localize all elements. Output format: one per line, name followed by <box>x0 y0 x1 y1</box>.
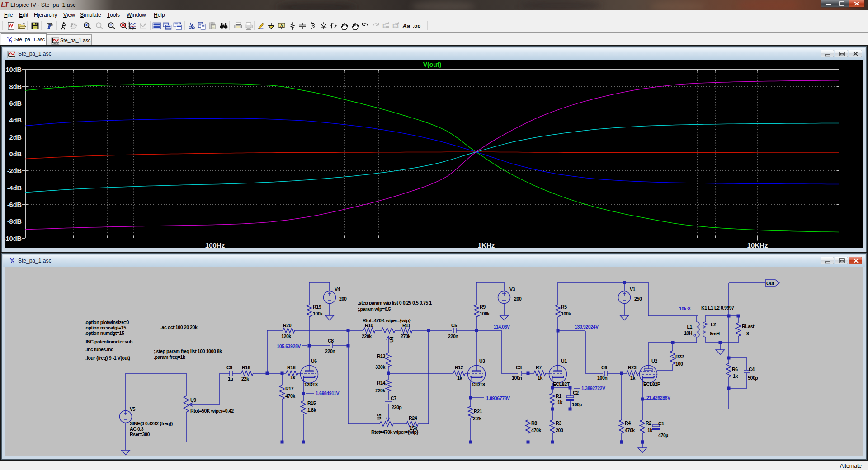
svg-text:270k: 270k <box>401 334 410 339</box>
svg-text:U3: U3 <box>479 358 485 364</box>
svg-text:-8dB: -8dB <box>7 218 22 225</box>
svg-text:200: 200 <box>339 296 347 301</box>
svg-text:C7: C7 <box>391 395 396 401</box>
svg-text:R18: R18 <box>287 365 296 370</box>
svg-text:AC 0.3: AC 0.3 <box>130 426 144 432</box>
svg-text:U5: U5 <box>377 414 382 420</box>
svg-text:12DT8: 12DT8 <box>472 382 485 387</box>
svg-text:R20: R20 <box>283 323 292 328</box>
svg-text:R9: R9 <box>480 304 486 310</box>
svg-text:R3: R3 <box>556 420 561 426</box>
svg-text:U4: U4 <box>389 337 394 343</box>
svg-text:.option numdgt=15: .option numdgt=15 <box>85 330 124 336</box>
svg-text:1.8k: 1.8k <box>307 407 316 413</box>
svg-text:R7: R7 <box>536 365 542 370</box>
svg-text:R24: R24 <box>409 415 417 421</box>
svg-text:ECL82P: ECL82P <box>643 381 660 387</box>
svg-text:.four {freq} 9 -1 V(out): .four {freq} 9 -1 V(out) <box>85 355 130 361</box>
svg-text:R23: R23 <box>628 365 637 370</box>
svg-text:470k: 470k <box>531 428 541 433</box>
svg-text:100µ: 100µ <box>572 402 582 407</box>
svg-text:V4: V4 <box>335 287 340 292</box>
svg-text:R2: R2 <box>646 420 651 426</box>
svg-text:R12: R12 <box>455 365 463 370</box>
svg-text:;.param wip=0.5: ;.param wip=0.5 <box>358 306 391 312</box>
svg-text:8dB: 8dB <box>9 83 22 90</box>
svg-text:.INC potentiometer.sub: .INC potentiometer.sub <box>85 339 133 344</box>
svg-text:250: 250 <box>634 296 642 301</box>
svg-text:470k: 470k <box>625 428 635 433</box>
svg-text:.op: .op <box>413 23 420 28</box>
svg-text:Out: Out <box>766 281 774 286</box>
svg-text:;.step param freq list 100 100: ;.step param freq list 100 1000 8k <box>154 348 222 354</box>
svg-text:A: A <box>280 24 283 28</box>
svg-text:V1: V1 <box>630 287 636 292</box>
svg-text:C6: C6 <box>601 365 607 370</box>
svg-text:C5: C5 <box>451 323 457 328</box>
svg-text:10dB: 10dB <box>6 66 22 73</box>
svg-text:1k: 1k <box>647 428 652 433</box>
svg-text:C2: C2 <box>573 390 579 395</box>
svg-text:Rtot=470k wiper={wip}: Rtot=470k wiper={wip} <box>371 429 419 435</box>
svg-text:470µ: 470µ <box>658 432 668 438</box>
svg-text:1k: 1k <box>733 373 738 379</box>
svg-text:U9: U9 <box>190 397 196 403</box>
svg-text:.ac oct 100 20 20k: .ac oct 100 20 20k <box>160 324 198 330</box>
svg-text:114.06V: 114.06V <box>494 324 510 329</box>
svg-text:21.426286V: 21.426286V <box>646 395 670 400</box>
svg-text:R19: R19 <box>313 304 321 310</box>
svg-text:L2: L2 <box>711 322 716 327</box>
svg-text:R10: R10 <box>365 323 373 328</box>
svg-text:.step param wip list 0 0.25 0.: .step param wip list 0 0.25 0.5 0.75 1 <box>358 300 432 306</box>
svg-text:8: 8 <box>746 331 749 336</box>
svg-text:330k: 330k <box>375 364 385 370</box>
svg-text:C3: C3 <box>516 365 522 370</box>
svg-text:1.8906778V: 1.8906778V <box>486 395 510 401</box>
svg-text:3: 3 <box>396 23 399 29</box>
svg-text:10H: 10H <box>684 330 692 336</box>
svg-text:2.2k: 2.2k <box>473 416 481 421</box>
svg-text:-4dB: -4dB <box>7 184 22 192</box>
svg-text:8mH: 8mH <box>710 331 720 336</box>
svg-text:1k: 1k <box>457 375 462 381</box>
svg-text:R22: R22 <box>675 354 684 359</box>
svg-text:200: 200 <box>556 428 563 433</box>
svg-text:470k: 470k <box>285 393 295 399</box>
svg-text:220n: 220n <box>448 334 458 339</box>
svg-text:6dB: 6dB <box>9 100 22 107</box>
svg-text:Rser=300: Rser=300 <box>130 432 150 437</box>
svg-text:C4: C4 <box>749 367 755 372</box>
svg-text:R6: R6 <box>732 367 738 372</box>
svg-text:R21: R21 <box>474 409 482 414</box>
svg-text:R15: R15 <box>307 400 316 406</box>
svg-text:U6: U6 <box>311 358 317 364</box>
svg-text:V5: V5 <box>130 406 136 412</box>
svg-text:220k: 220k <box>375 388 385 393</box>
svg-text:120k: 120k <box>281 334 291 339</box>
svg-text:1k: 1k <box>557 400 562 405</box>
svg-text:K1 L1 L2 0.9997: K1 L1 L2 0.9997 <box>701 305 734 310</box>
svg-text:1k: 1k <box>538 375 542 381</box>
svg-text:-10dB: -10dB <box>5 235 22 242</box>
svg-text:100: 100 <box>675 361 683 367</box>
svg-text:22k: 22k <box>241 376 249 381</box>
svg-text:C8: C8 <box>328 338 334 343</box>
svg-text:220k: 220k <box>362 334 372 339</box>
svg-text:R14: R14 <box>377 380 386 385</box>
svg-text:U2: U2 <box>651 358 657 364</box>
svg-text:R16: R16 <box>242 365 250 370</box>
svg-text:R4: R4 <box>625 420 631 426</box>
svg-text:V(out): V(out) <box>423 61 441 68</box>
svg-text:Aa: Aa <box>402 23 410 29</box>
svg-text:C9: C9 <box>226 365 232 370</box>
svg-text:.option measdgt=15: .option measdgt=15 <box>85 325 126 330</box>
svg-text:10k:8: 10k:8 <box>679 306 690 311</box>
svg-text:R13: R13 <box>377 353 386 359</box>
svg-text:10KHz: 10KHz <box>747 241 768 249</box>
svg-text:1k: 1k <box>290 375 295 380</box>
svg-text:V3: V3 <box>509 287 515 292</box>
svg-text:Rtot=470K wiper={wip}: Rtot=470K wiper={wip} <box>363 318 410 323</box>
svg-text:0dB: 0dB <box>9 150 22 158</box>
svg-text:.option plotwinsize=0: .option plotwinsize=0 <box>85 320 129 325</box>
svg-text:L1: L1 <box>687 324 693 329</box>
